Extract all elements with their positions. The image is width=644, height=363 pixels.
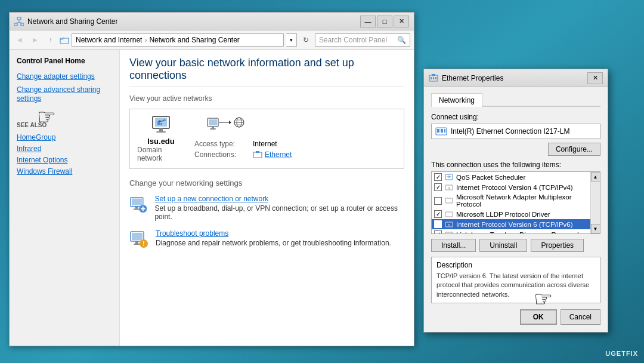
svg-rect-10 <box>156 131 166 133</box>
network-connection-diagram <box>206 115 254 133</box>
dialog-body: Networking Connect using: Intel(R) Ether… <box>424 87 608 332</box>
network-details-area: Access type: Internet Connections: <box>194 115 397 159</box>
list-item-lldp-checkbox[interactable] <box>434 210 442 218</box>
properties-button[interactable]: Properties <box>531 239 584 252</box>
search-placeholder: Search Control Panel <box>319 36 387 44</box>
dialog-close-button[interactable]: ✕ <box>587 72 603 84</box>
access-type-value: Internet <box>253 140 277 148</box>
troubleshoot-icon: ! <box>129 229 148 248</box>
list-item-responder-label: Link-Layer Topology Discovery Responder <box>456 231 585 235</box>
list-item-ipv4-checkbox[interactable] <box>434 183 442 191</box>
lldp-icon <box>445 211 453 218</box>
connections-row: Connections: Ethernet <box>194 150 397 159</box>
dialog-title-left: Ethernet Properties <box>429 74 503 82</box>
up-button[interactable]: ↑ <box>44 33 57 47</box>
breadcrumb-network-internet: Network and Internet <box>76 36 142 44</box>
ethernet-link[interactable]: Ethernet <box>265 150 292 159</box>
list-item-ipv4-label: Internet Protocol Version 4 (TCP/IPv4) <box>456 184 573 191</box>
back-button[interactable]: ◀ <box>13 33 26 47</box>
address-path[interactable]: Network and Internet › Network and Shari… <box>72 33 284 47</box>
ipv6-icon: 6 <box>445 221 453 228</box>
list-item-qos-checkbox[interactable] <box>434 173 442 181</box>
network-name: lsu.edu <box>147 137 175 146</box>
svg-rect-15 <box>209 119 217 125</box>
setup-connection-link[interactable]: Set up a new connection or network <box>154 195 268 203</box>
items-label: This connection uses the following items… <box>431 161 600 169</box>
see-also-section: See also HomeGroup Infrared Internet Opt… <box>17 122 112 176</box>
list-item-ipv6[interactable]: 6 Internet Protocol Version 6 (TCP/IPv6) <box>432 219 600 229</box>
cancel-button[interactable]: Cancel <box>561 309 600 325</box>
path-icon <box>60 36 69 44</box>
scrollbar[interactable]: ▲ ▼ <box>590 172 600 233</box>
setup-connection-icon <box>129 195 147 214</box>
dialog-ethernet-icon <box>429 74 438 82</box>
sidebar: Control Panel Home Change adapter settin… <box>10 50 120 346</box>
tab-bar: Networking <box>431 93 600 107</box>
ethernet-icon <box>253 150 262 159</box>
device-name: Intel(R) Ethernet Connection I217-LM <box>451 127 569 136</box>
maximize-button[interactable]: □ <box>377 16 392 27</box>
search-box[interactable]: Search Control Panel 🔍 <box>315 33 410 47</box>
see-also-homegroup[interactable]: HomeGroup <box>17 133 112 141</box>
sidebar-link-advanced-sharing[interactable]: Change advanced sharing settings <box>17 85 112 104</box>
svg-rect-44 <box>435 77 436 79</box>
sidebar-link-adapter[interactable]: Change adapter settings <box>17 72 112 82</box>
network-row: lsu.edu Domain network <box>137 115 397 162</box>
svg-rect-25 <box>253 152 262 158</box>
connections-label: Connections: <box>194 150 248 159</box>
network-globe-icon <box>149 115 173 137</box>
scroll-up-arrow[interactable]: ▲ <box>591 172 600 182</box>
forward-button[interactable]: ▶ <box>29 33 42 47</box>
svg-rect-46 <box>437 129 439 133</box>
title-bar: Network and Sharing Center — □ ✕ <box>10 13 414 30</box>
page-title: View your basic network information and … <box>129 57 404 87</box>
list-item-multiplexor[interactable]: Microsoft Network Adapter Multiplexor Pr… <box>432 192 600 209</box>
svg-text:!: ! <box>143 241 144 247</box>
qos-icon <box>445 174 453 181</box>
search-icon: 🔍 <box>397 36 406 44</box>
svg-rect-47 <box>441 129 443 133</box>
tab-networking[interactable]: Networking <box>431 93 482 107</box>
ipv4-icon: 4 <box>445 184 453 191</box>
list-item-multiplexor-checkbox[interactable] <box>434 197 442 205</box>
list-item-qos-label: QoS Packet Scheduler <box>456 174 525 181</box>
setting-content-1: Set up a new connection or network Set u… <box>154 195 404 221</box>
description-box: Description TCP/IP version 6. The latest… <box>431 257 600 303</box>
svg-rect-0 <box>17 17 21 20</box>
troubleshoot-link[interactable]: Troubleshoot problems <box>156 229 228 238</box>
install-button[interactable]: Install... <box>431 239 476 252</box>
see-also-infrared[interactable]: Infrared <box>17 144 112 153</box>
minimize-button[interactable]: — <box>360 16 376 27</box>
list-item-responder[interactable]: Link-Layer Topology Discovery Responder <box>432 229 600 234</box>
svg-rect-54 <box>445 198 453 203</box>
scroll-down-arrow[interactable]: ▼ <box>591 224 600 233</box>
list-item-responder-checkbox[interactable] <box>434 230 442 234</box>
list-item-ipv6-checkbox[interactable] <box>434 220 442 228</box>
close-button[interactable]: ✕ <box>394 16 409 27</box>
uninstall-button[interactable]: Uninstall <box>479 239 527 252</box>
network-details: Access type: Internet Connections: <box>194 140 397 159</box>
list-item-qos[interactable]: QoS Packet Scheduler <box>432 172 600 182</box>
list-item-lldp[interactable]: Microsoft LLDP Protocol Driver <box>432 209 600 219</box>
svg-rect-37 <box>134 244 140 245</box>
list-item-ipv4[interactable]: 4 Internet Protocol Version 4 (TCP/IPv4) <box>432 182 600 192</box>
setup-connection-desc: Set up a broadband, dial-up, or VPN conn… <box>154 204 404 221</box>
title-bar-left: Network and Sharing Center <box>14 17 117 26</box>
svg-rect-41 <box>432 74 435 76</box>
refresh-button[interactable]: ↻ <box>299 33 312 47</box>
svg-rect-8 <box>155 118 167 127</box>
address-dropdown[interactable]: ▾ <box>286 33 297 47</box>
configure-button[interactable]: Configure... <box>548 143 600 156</box>
svg-rect-42 <box>431 77 432 79</box>
items-list: QoS Packet Scheduler 4 Internet Protocol… <box>431 171 600 234</box>
svg-rect-6 <box>60 38 69 44</box>
svg-text:6: 6 <box>448 223 450 227</box>
scroll-track <box>592 182 600 224</box>
see-also-windows-firewall[interactable]: Windows Firewall <box>17 167 112 176</box>
network-type: Domain network <box>137 146 185 162</box>
see-also-internet-options[interactable]: Internet Options <box>17 156 112 164</box>
active-networks-label: View your active networks <box>129 94 404 103</box>
network-icon <box>14 17 24 26</box>
svg-marker-19 <box>229 121 231 124</box>
ok-button[interactable]: OK <box>520 309 557 325</box>
